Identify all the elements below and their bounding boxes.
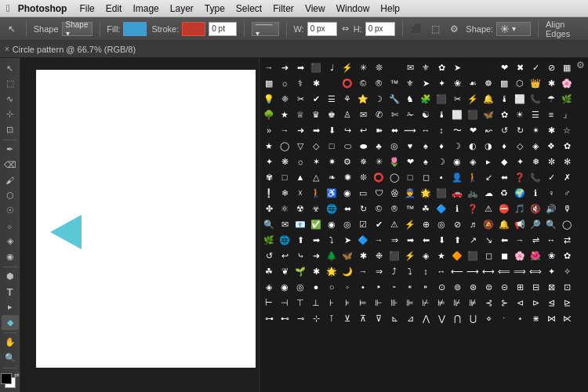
symbol-item[interactable]: ♠ [418, 154, 434, 169]
symbol-item[interactable]: ❋ [277, 154, 292, 169]
symbol-item[interactable]: ❧ [324, 169, 339, 185]
gradient-tool[interactable]: ◈ [2, 234, 19, 249]
symbol-item[interactable]: © [371, 201, 387, 216]
symbol-item[interactable]: ❦ [277, 263, 292, 279]
move-tool[interactable]: ↖ [2, 61, 19, 76]
history-brush-tool[interactable]: ☉ [2, 204, 19, 219]
symbol-item[interactable]: ⊱ [496, 295, 512, 310]
symbol-item[interactable]: ✷ [324, 154, 339, 169]
symbol-item[interactable]: ★ [434, 248, 449, 263]
symbol-item[interactable]: ⟺ [528, 263, 543, 279]
symbol-item[interactable]: ⬛ [308, 60, 324, 75]
menu-view[interactable]: View [305, 3, 325, 14]
symbol-item[interactable]: ⊩ [371, 295, 387, 310]
symbol-item[interactable]: ✿ [496, 107, 512, 122]
symbol-item[interactable]: → [512, 232, 528, 248]
symbol-item[interactable]: 🌙 [339, 263, 355, 279]
symbol-item[interactable]: 🌲 [324, 248, 339, 263]
symbol-item[interactable]: ⤴ [387, 263, 402, 279]
symbol-item[interactable]: ➽ [371, 122, 387, 138]
menu-filter[interactable]: Filter [273, 3, 294, 14]
symbol-item[interactable]: ⚠ [387, 216, 402, 232]
symbol-item[interactable]: ⊽ [371, 310, 387, 326]
symbol-item[interactable]: ▦ [559, 60, 575, 75]
symbol-item[interactable]: ◈ [528, 138, 543, 154]
symbol-item[interactable]: ⊦ [324, 295, 339, 310]
symbol-item[interactable]: ◆ [496, 154, 512, 169]
symbol-item[interactable]: 🔔 [496, 216, 512, 232]
symbol-item[interactable]: ⚡ [465, 91, 481, 107]
eraser-tool[interactable]: ⬦ [2, 219, 19, 234]
symbol-item[interactable]: ✿ [434, 60, 449, 75]
symbol-item[interactable]: → [261, 60, 277, 75]
symbol-item[interactable]: ♥ [402, 138, 418, 154]
symbol-item[interactable]: ⋅ [496, 310, 512, 326]
symbol-item[interactable]: ⊨ [355, 295, 371, 310]
symbol-item[interactable]: ⤵ [324, 232, 339, 248]
symbol-item[interactable]: ☼ [292, 154, 308, 169]
symbol-item[interactable]: ↔ [543, 232, 559, 248]
symbol-item[interactable]: 👑 [528, 75, 543, 91]
symbol-item[interactable]: ☢ [292, 201, 308, 216]
symbol-item[interactable]: ☆ [559, 122, 575, 138]
symbol-item[interactable]: ✂ [292, 91, 308, 107]
symbol-item[interactable]: ➜ [292, 122, 308, 138]
symbol-item[interactable]: ↺ [496, 122, 512, 138]
symbol-item[interactable]: ❊ [355, 169, 371, 185]
symbol-item[interactable]: ◉ [277, 279, 292, 295]
symbol-item[interactable]: ✺ [339, 169, 355, 185]
symbol-item[interactable]: ✗ [559, 169, 575, 185]
symbol-item[interactable]: ⭕ [371, 169, 387, 185]
symbol-item[interactable]: □ [324, 138, 339, 154]
symbol-item[interactable]: ⬜ [449, 107, 465, 122]
symbol-item[interactable]: ⊶ [261, 310, 277, 326]
symbol-item[interactable]: ⊝ [496, 279, 512, 295]
symbol-item[interactable]: ☯ [418, 107, 434, 122]
symbol-item[interactable]: ❤ [402, 154, 418, 169]
symbol-item[interactable]: ⊿ [402, 310, 418, 326]
symbol-item[interactable]: ⬌ [387, 122, 402, 138]
symbol-item[interactable]: ® [387, 201, 402, 216]
symbol-item[interactable]: ⟿ [402, 122, 418, 138]
symbol-item[interactable]: ✉ [402, 60, 418, 75]
symbol-item[interactable]: ⟵ [449, 263, 465, 279]
symbol-item[interactable]: ☰ [324, 91, 339, 107]
symbol-item[interactable]: ♂ [559, 185, 575, 201]
symbol-item[interactable]: ⊾ [387, 310, 402, 326]
lasso-tool[interactable]: ∿ [2, 92, 19, 107]
symbol-item[interactable]: ◯ [277, 138, 292, 154]
symbol-item[interactable]: ⚕ [292, 75, 308, 91]
symbol-item[interactable]: ❉ [371, 248, 387, 263]
symbol-item[interactable]: ⬆ [449, 232, 465, 248]
menu-select[interactable]: Select [236, 3, 262, 14]
menu-help[interactable]: Help [380, 3, 400, 14]
symbol-item[interactable]: ☘ [418, 201, 434, 216]
symbol-item[interactable]: ◈ [418, 248, 434, 263]
symbol-item[interactable]: ⋀ [418, 310, 434, 326]
symbol-item[interactable]: 🦋 [481, 107, 496, 122]
symbol-item[interactable]: ⋂ [449, 310, 465, 326]
symbol-item[interactable]: ⊵ [559, 295, 575, 310]
symbol-item[interactable]: 👮 [402, 185, 418, 201]
symbol-item[interactable]: ↔ [434, 263, 449, 279]
symbol-item[interactable]: ⇒ [371, 263, 387, 279]
symbol-item[interactable]: ⊣ [277, 295, 292, 310]
symbol-item[interactable]: ⬭ [339, 138, 355, 154]
symbol-item[interactable]: ↜ [481, 122, 496, 138]
symbol-item[interactable]: ✻ [559, 154, 575, 169]
symbol-item[interactable]: ● [308, 279, 324, 295]
symbol-item[interactable]: ✓ [528, 60, 543, 75]
healing-tool[interactable]: ⌫ [2, 158, 19, 172]
symbol-item[interactable]: ✦ [512, 154, 528, 169]
symbol-item[interactable]: ⟶ [465, 263, 481, 279]
symbol-item[interactable]: ⚜ [402, 75, 418, 91]
symbol-item[interactable]: ⤵ [402, 263, 418, 279]
clone-tool[interactable]: ⬡ [2, 188, 19, 203]
menu-layer[interactable]: Layer [170, 3, 194, 14]
symbol-item[interactable]: ☙ [465, 75, 481, 91]
symbol-item[interactable]: ‣ [371, 279, 387, 295]
symbol-item[interactable]: ≡ [543, 107, 559, 122]
menu-window[interactable]: Window [336, 3, 370, 14]
symbol-item[interactable]: ★ [261, 138, 277, 154]
symbol-item[interactable]: ✤ [261, 201, 277, 216]
